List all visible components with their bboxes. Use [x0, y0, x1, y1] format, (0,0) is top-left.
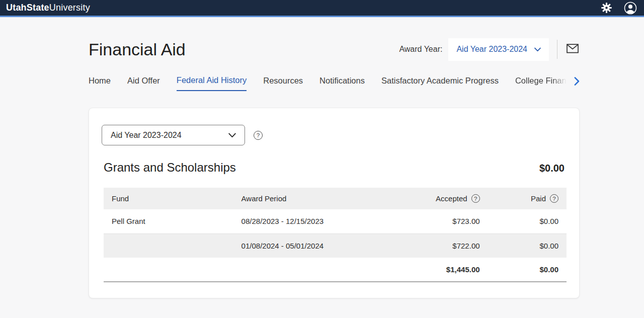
cell-fund [104, 258, 233, 282]
tab-resources[interactable]: Resources [263, 76, 303, 91]
grants-table-header-row: Fund Award Period Accepted ? Paid ? [104, 188, 567, 209]
vertical-divider [557, 40, 557, 59]
col-header-accepted-label: Accepted [436, 194, 467, 203]
cell-award-period: 08/28/2023 - 12/15/2023 [233, 209, 391, 233]
chevron-down-icon [228, 133, 236, 138]
paid-help-icon[interactable]: ? [550, 194, 558, 203]
chevron-down-icon [534, 47, 541, 52]
grants-table: Fund Award Period Accepted ? Paid ? [104, 188, 567, 282]
cell-award-period [233, 258, 391, 282]
page-title: Financial Aid [89, 40, 186, 59]
logo-regular-text: University [49, 3, 90, 13]
cell-accepted: $723.00 [390, 209, 488, 233]
user-avatar-icon [624, 2, 637, 15]
tab-federal-aid-history[interactable]: Federal Aid History [177, 75, 247, 91]
table-row: Pell Grant 08/28/2023 - 12/15/2023 $723.… [104, 209, 567, 233]
col-header-award-period: Award Period [233, 188, 391, 209]
tab-satisfactory-academic-progress[interactable]: Satisfactory Academic Progress [381, 76, 499, 91]
table-row: 01/08/2024 - 05/01/2024 $722.00 $0.00 [104, 233, 567, 258]
cell-total-accepted: $1,445.00 [390, 258, 488, 282]
grants-table-body: Pell Grant 08/28/2023 - 12/15/2023 $723.… [104, 209, 567, 282]
award-year-label: Award Year: [399, 45, 442, 54]
cell-total-paid: $0.00 [488, 258, 567, 282]
cell-paid: $0.00 [488, 233, 567, 258]
award-year-group: Award Year: Aid Year 2023-2024 [399, 38, 580, 61]
gear-icon [601, 2, 612, 14]
tab-notifications[interactable]: Notifications [319, 76, 365, 91]
col-header-paid: Paid ? [488, 188, 567, 209]
top-navbar: UtahStateUniversity [0, 0, 644, 17]
messages-button[interactable] [567, 44, 580, 55]
settings-button[interactable] [600, 2, 613, 15]
col-header-accepted: Accepted ? [390, 188, 488, 209]
section-title: Grants and Scholarships [104, 161, 236, 175]
section-header: Grants and Scholarships $0.00 [104, 161, 565, 175]
chevron-right-icon [574, 77, 580, 86]
title-row: Financial Aid Award Year: Aid Year 2023-… [89, 37, 580, 61]
logo-bold-text: UtahState [6, 3, 49, 13]
col-header-fund-label: Fund [112, 194, 129, 203]
aid-year-select[interactable]: Aid Year 2023-2024 [102, 125, 245, 145]
section-total-amount: $0.00 [539, 163, 565, 174]
cell-fund [104, 233, 233, 258]
help-icon[interactable]: ? [254, 131, 263, 140]
envelope-icon [567, 44, 579, 55]
accepted-help-icon[interactable]: ? [471, 194, 480, 203]
award-year-dropdown[interactable]: Aid Year 2023-2024 [448, 38, 549, 61]
profile-button[interactable] [624, 2, 637, 15]
aid-year-select-value: Aid Year 2023-2024 [111, 131, 182, 140]
tab-home[interactable]: Home [89, 76, 111, 91]
cell-accepted: $722.00 [390, 233, 488, 258]
navbar-icons [600, 2, 637, 15]
usu-logo[interactable]: UtahStateUniversity [6, 3, 90, 13]
col-header-paid-label: Paid [531, 194, 546, 203]
grants-table-head: Fund Award Period Accepted ? Paid ? [104, 188, 567, 209]
cell-award-period: 01/08/2024 - 05/01/2024 [233, 233, 391, 258]
col-header-award-period-label: Award Period [242, 194, 287, 203]
year-select-row: Aid Year 2023-2024 ? [102, 125, 565, 145]
col-header-fund: Fund [104, 188, 233, 209]
page-content: Financial Aid Award Year: Aid Year 2023-… [89, 37, 580, 298]
tab-bar: Home Aid Offer Federal Aid History Resou… [89, 75, 580, 91]
tabs-scroll-right-button[interactable] [574, 77, 580, 90]
federal-aid-history-card: Aid Year 2023-2024 ? Grants and Scholars… [89, 108, 580, 298]
cell-paid: $0.00 [488, 209, 567, 233]
cell-fund: Pell Grant [104, 209, 233, 233]
tab-aid-offer[interactable]: Aid Offer [127, 76, 160, 91]
tab-college-financing[interactable]: College Financing Plan [515, 76, 567, 91]
table-total-row: $1,445.00 $0.00 [104, 258, 567, 282]
award-year-value: Aid Year 2023-2024 [456, 45, 527, 54]
